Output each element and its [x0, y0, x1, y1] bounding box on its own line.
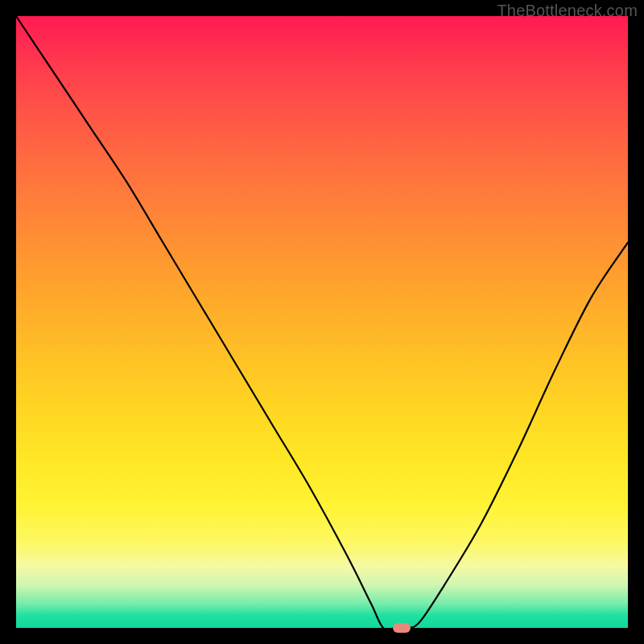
bottleneck-curve — [16, 16, 628, 628]
plot-area — [16, 16, 628, 628]
chart-container: TheBottleneck.com — [0, 0, 644, 644]
optimal-point-marker — [393, 623, 411, 633]
